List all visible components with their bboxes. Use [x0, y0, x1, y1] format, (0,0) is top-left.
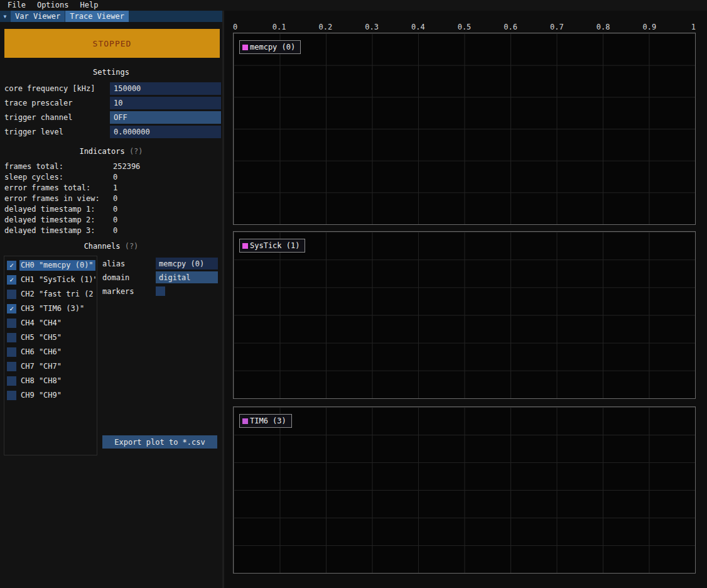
indicator-label: frames total:: [4, 162, 113, 171]
settings-section: core frequency [kHz] trace prescaler tri…: [0, 81, 222, 139]
channels-section: ✓ CH0 "memcpy (0)" ✓ CH1 "SysTick (1)" C…: [4, 256, 219, 455]
indicator-label: sleep cycles:: [4, 173, 113, 182]
channel-label[interactable]: CH7 "CH7": [19, 361, 95, 372]
indicator-value: 0: [113, 215, 117, 224]
channel-checkbox[interactable]: [7, 347, 16, 357]
check-icon: ✓: [9, 262, 14, 269]
indicator-value: 252396: [113, 162, 140, 171]
axis-tick-label: 0.2: [319, 23, 333, 31]
channel-row-ch0[interactable]: ✓ CH0 "memcpy (0)": [6, 258, 95, 273]
setting-input-trace-prescaler[interactable]: [110, 97, 221, 109]
legend-label: TIM6 (3): [250, 416, 286, 425]
time-axis: 00.10.20.30.40.50.60.70.80.91: [233, 23, 696, 32]
indicators-title: Indicators (?): [0, 147, 222, 156]
trace-panel-tim6-3[interactable]: TIM6 (3): [233, 406, 696, 574]
legend-label: memcpy (0): [250, 43, 295, 52]
channel-checkbox[interactable]: ✓: [7, 261, 16, 270]
indicator-label: delayed timestamp 2:: [4, 215, 113, 224]
indicators-help-icon: (?): [129, 147, 143, 156]
indicators-section: frames total: 252396 sleep cycles: 0 err…: [0, 161, 222, 236]
setting-input-trigger-level[interactable]: [110, 126, 221, 138]
channel-label[interactable]: CH8 "CH8": [19, 376, 95, 386]
channel-properties: alias domain digital markers Export plot…: [102, 256, 219, 455]
export-csv-button[interactable]: Export plot to *.csv: [102, 435, 217, 449]
legend-color-swatch: [242, 418, 248, 424]
channel-list: ✓ CH0 "memcpy (0)" ✓ CH1 "SysTick (1)" C…: [4, 256, 97, 455]
channel-checkbox[interactable]: [7, 391, 16, 400]
channel-checkbox[interactable]: [7, 333, 16, 342]
channel-row-ch4[interactable]: CH4 "CH4": [6, 316, 95, 330]
axis-tick-label: 0: [233, 23, 237, 31]
channel-row-ch5[interactable]: CH5 "CH5": [6, 330, 95, 345]
domain-label: domain: [102, 273, 156, 282]
setting-input-trigger-channel[interactable]: [110, 111, 221, 124]
indicator-label: error frames total:: [4, 183, 113, 192]
channel-label[interactable]: CH5 "CH5": [19, 332, 95, 343]
tab-trace-viewer[interactable]: Trace Viewer: [65, 11, 129, 22]
channel-row-ch3[interactable]: ✓ CH3 "TIM6 (3)": [6, 302, 95, 316]
legend: SysTick (1): [239, 239, 305, 253]
menu-file[interactable]: File: [3, 0, 31, 11]
channel-row-ch8[interactable]: CH8 "CH8": [6, 374, 95, 388]
indicator-label: delayed timestamp 1:: [4, 205, 113, 214]
menu-bar: FileOptionsHelp: [0, 0, 707, 11]
indicator-value: 1: [113, 183, 117, 192]
axis-tick-label: 0.6: [504, 23, 517, 31]
indicator-value: 0: [113, 226, 117, 235]
setting-input-core-frequency-khz[interactable]: [110, 82, 221, 95]
domain-row: domain digital: [102, 271, 219, 284]
channel-checkbox[interactable]: ✓: [7, 275, 16, 285]
menu-help[interactable]: Help: [75, 0, 103, 11]
setting-label: trace prescaler: [4, 99, 110, 107]
setting-label: trigger channel: [4, 113, 110, 122]
left-panel: ▼ Var ViewerTrace Viewer STOPPED Setting…: [0, 11, 224, 588]
tab-bar: ▼ Var ViewerTrace Viewer: [0, 11, 222, 22]
axis-tick-label: 0.8: [596, 23, 610, 31]
trace-panel-systick-1[interactable]: SysTick (1): [233, 231, 696, 399]
channels-help-icon: (?): [125, 242, 139, 251]
channel-label[interactable]: CH2 "fast tri (2: [19, 289, 95, 300]
channel-checkbox[interactable]: [7, 376, 16, 386]
channel-label[interactable]: CH0 "memcpy (0)": [19, 260, 95, 271]
channel-row-ch9[interactable]: CH9 "CH9": [6, 388, 95, 403]
legend: TIM6 (3): [239, 414, 292, 428]
stopped-button[interactable]: STOPPED: [4, 29, 220, 58]
channel-checkbox[interactable]: ✓: [7, 304, 16, 313]
menu-options[interactable]: Options: [32, 0, 74, 11]
setting-row: trigger channel: [0, 110, 222, 124]
indicator-row: error frames in view: 0: [0, 193, 222, 204]
alias-row: alias: [102, 257, 219, 270]
channels-title: Channels (?): [0, 242, 222, 251]
channel-row-ch2[interactable]: CH2 "fast tri (2: [6, 287, 95, 302]
trace-panel-memcpy-0[interactable]: memcpy (0): [233, 33, 696, 225]
legend-color-swatch: [242, 243, 248, 249]
channel-row-ch1[interactable]: ✓ CH1 "SysTick (1)": [6, 273, 95, 287]
channel-row-ch6[interactable]: CH6 "CH6": [6, 345, 95, 359]
main-layout: ▼ Var ViewerTrace Viewer STOPPED Setting…: [0, 11, 707, 588]
indicator-row: sleep cycles: 0: [0, 172, 222, 182]
settings-title: Settings: [0, 68, 222, 77]
channel-label[interactable]: CH4 "CH4": [19, 318, 95, 329]
setting-row: core frequency [kHz]: [0, 81, 222, 95]
channel-checkbox[interactable]: [7, 290, 16, 299]
channel-checkbox[interactable]: [7, 318, 16, 328]
alias-input[interactable]: [156, 258, 218, 270]
channel-label[interactable]: CH9 "CH9": [19, 390, 95, 401]
channel-row-ch7[interactable]: CH7 "CH7": [6, 359, 95, 374]
axis-tick-label: 1: [691, 23, 696, 31]
markers-checkbox[interactable]: [156, 286, 165, 296]
indicator-value: 0: [113, 194, 117, 203]
setting-row: trace prescaler: [0, 95, 222, 110]
channel-label[interactable]: CH6 "CH6": [19, 347, 95, 357]
collapse-arrow-icon[interactable]: ▼: [0, 11, 10, 22]
domain-combo[interactable]: digital: [156, 271, 218, 283]
indicator-value: 0: [113, 173, 117, 182]
indicator-row: delayed timestamp 3: 0: [0, 225, 222, 236]
channels-title-text: Channels: [84, 242, 121, 251]
channel-label[interactable]: CH1 "SysTick (1)": [19, 275, 95, 285]
tab-var-viewer[interactable]: Var Viewer: [11, 11, 65, 22]
channel-checkbox[interactable]: [7, 362, 16, 371]
channel-label[interactable]: CH3 "TIM6 (3)": [19, 303, 95, 314]
check-icon: ✓: [9, 276, 14, 283]
indicator-label: delayed timestamp 3:: [4, 226, 113, 235]
